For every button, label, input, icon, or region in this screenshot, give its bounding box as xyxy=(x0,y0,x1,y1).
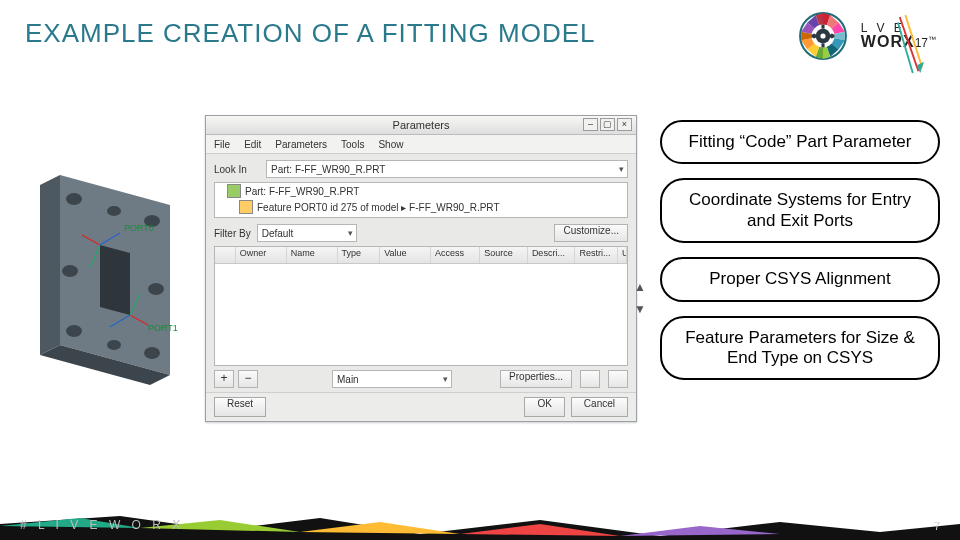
callout-list: Fitting “Code” Part Parameter Coordinate… xyxy=(660,120,940,380)
page-number: 7 xyxy=(934,520,940,532)
tm-mark: ™ xyxy=(928,35,936,44)
fitting-3d-illustration: PORT0 PORT1 xyxy=(30,155,190,395)
svg-point-37 xyxy=(148,283,164,295)
gear-badge-icon xyxy=(797,10,849,62)
svg-point-40 xyxy=(107,206,121,216)
svg-point-36 xyxy=(62,265,78,277)
feature-icon xyxy=(239,200,253,214)
remove-param-button[interactable]: − xyxy=(238,370,258,388)
callout-csys-ports: Coordinate Systems for Entry and Exit Po… xyxy=(660,178,940,243)
add-param-button[interactable]: + xyxy=(214,370,234,388)
header-logos: L V E WORX17™ xyxy=(797,10,936,62)
grid-h-blank xyxy=(215,247,236,263)
dialog-menubar: File Edit Parameters Tools Show xyxy=(206,135,636,154)
tree-row-part[interactable]: Part: F-FF_WR90_R.PRT xyxy=(215,183,627,199)
svg-point-38 xyxy=(66,325,82,337)
grid-h-source: Source xyxy=(480,247,528,263)
port1-label: PORT1 xyxy=(148,323,178,333)
close-icon[interactable]: × xyxy=(617,118,632,131)
port0-label: PORT0 xyxy=(124,223,154,233)
grid-h-descr: Descri... xyxy=(528,247,576,263)
callout-feature-params: Feature Parameters for Size & End Type o… xyxy=(660,316,940,381)
footer-hashtag: # L I V E W O R X xyxy=(20,518,184,532)
svg-rect-18 xyxy=(821,43,824,47)
callout-csys-align: Proper CSYS Alignment xyxy=(660,257,940,301)
part-icon xyxy=(227,184,241,198)
menu-edit[interactable]: Edit xyxy=(244,139,261,150)
dialog-titlebar: Parameters – ▢ × xyxy=(206,116,636,135)
svg-rect-17 xyxy=(821,25,824,29)
tree-row-feature[interactable]: Feature PORT0 id 275 of model ▸ F-FF_WR9… xyxy=(215,199,627,215)
customize-button[interactable]: Customize... xyxy=(554,224,628,242)
grid-h-name: Name xyxy=(287,247,338,263)
menu-file[interactable]: File xyxy=(214,139,230,150)
grid-h-type: Type xyxy=(338,247,381,263)
lookin-tree: Part: F-FF_WR90_R.PRT Feature PORT0 id 2… xyxy=(214,182,628,218)
ribbon-icon xyxy=(896,14,924,76)
svg-point-25 xyxy=(820,33,825,38)
grid-h-owner: Owner xyxy=(236,247,287,263)
cancel-button[interactable]: Cancel xyxy=(571,397,628,417)
filterby-label: Filter By xyxy=(214,228,251,239)
arrow-up-icon[interactable]: ▲ xyxy=(634,280,646,294)
grid-h-value: Value xyxy=(380,247,431,263)
reset-button[interactable]: Reset xyxy=(214,397,266,417)
arrow-down-icon[interactable]: ▼ xyxy=(634,302,646,316)
svg-point-39 xyxy=(144,347,160,359)
main-combo[interactable]: Main xyxy=(332,370,452,388)
grid-h-access: Access xyxy=(431,247,480,263)
maximize-icon[interactable]: ▢ xyxy=(600,118,615,131)
parameters-dialog: Parameters – ▢ × File Edit Parameters To… xyxy=(205,115,637,422)
grid-reorder-arrows: ▲ ▼ xyxy=(634,280,646,316)
svg-marker-33 xyxy=(100,245,130,315)
lookin-label: Look In xyxy=(214,164,260,175)
menu-show[interactable]: Show xyxy=(378,139,403,150)
dialog-title-text: Parameters xyxy=(393,119,450,131)
callout-fitting-code: Fitting “Code” Part Parameter xyxy=(660,120,940,164)
minimize-icon[interactable]: – xyxy=(583,118,598,131)
properties-button[interactable]: Properties... xyxy=(500,370,572,388)
filterby-combo[interactable]: Default xyxy=(257,224,357,242)
lookin-combo[interactable]: Part: F-FF_WR90_R.PRT xyxy=(266,160,628,178)
grid-header: Owner Name Type Value Access Source Desc… xyxy=(215,247,627,264)
svg-point-34 xyxy=(66,193,82,205)
tool-btn-2[interactable] xyxy=(608,370,628,388)
grid-h-unit: Uni xyxy=(618,247,627,263)
grid-h-restr: Restri... xyxy=(575,247,618,263)
svg-point-41 xyxy=(107,340,121,350)
ok-button[interactable]: OK xyxy=(524,397,564,417)
tool-btn-1[interactable] xyxy=(580,370,600,388)
parameters-grid[interactable]: Owner Name Type Value Access Source Desc… xyxy=(214,246,628,366)
menu-parameters[interactable]: Parameters xyxy=(275,139,327,150)
menu-tools[interactable]: Tools xyxy=(341,139,364,150)
svg-marker-31 xyxy=(40,175,60,355)
page-title: EXAMPLE CREATION OF A FITTING MODEL xyxy=(25,18,596,49)
